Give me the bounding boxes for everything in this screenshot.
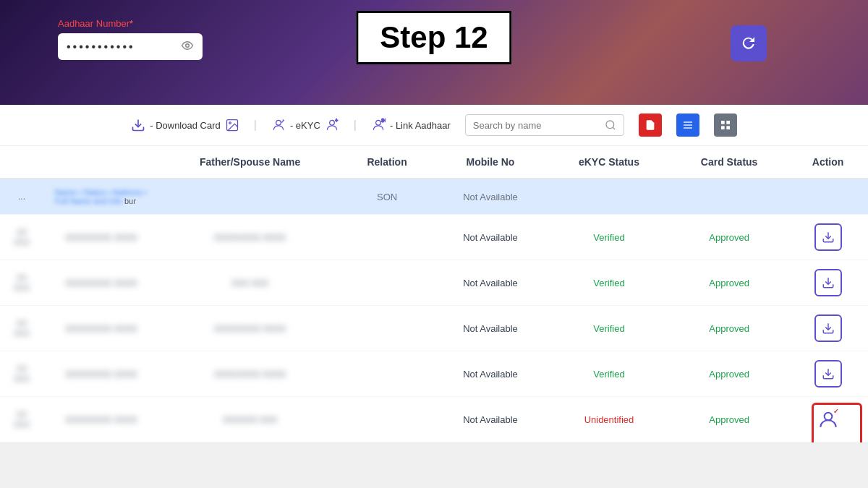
aadhaar-input-area: Aadhaar Number* •••••••••••	[58, 18, 203, 60]
kyc-action-btn[interactable]: ✓	[814, 406, 842, 433]
download-action-btn[interactable]	[814, 269, 842, 296]
table-row: XX XXXXXXXXXXX XXXXXXX XXXNot AvailableV…	[0, 260, 868, 306]
cell-serial: XX XXX	[0, 397, 43, 442]
svg-point-0	[186, 44, 190, 48]
toolbar: - Download Card | - eKYC + |	[0, 105, 868, 146]
cell-father: XXXXXXXX XXXX	[159, 215, 341, 260]
svg-rect-15	[721, 121, 725, 124]
table-header-row: Father/Spouse Name Relation Mobile No eK…	[0, 146, 868, 179]
col-father-spouse: Father/Spouse Name	[159, 146, 341, 179]
cell-father: XXXXXX XXX	[159, 397, 341, 442]
cell-name: XXXXXXXX XXXX	[43, 215, 159, 260]
col-name	[43, 146, 159, 179]
cell-relation	[341, 397, 433, 442]
refresh-button[interactable]	[731, 25, 767, 61]
svg-rect-16	[726, 121, 730, 124]
cell-ekyc-status: Unidentified	[548, 397, 671, 442]
svg-line-10	[613, 127, 615, 129]
ekyc-btn[interactable]: - eKYC +	[271, 118, 339, 132]
ekyc-label: - eKYC	[290, 120, 320, 131]
cell-card-status: Approved	[671, 260, 788, 306]
cell-father: XXX XXX	[159, 260, 341, 306]
cell-name: XXXXXXXX XXXX	[43, 260, 159, 306]
link-aadhaar-btn[interactable]: 8+ - Link Aadhaar	[371, 118, 451, 132]
cell-ekyc-status: Verified	[548, 215, 671, 260]
svg-point-9	[606, 121, 614, 129]
search-box[interactable]	[465, 114, 624, 136]
table-row: XX XXXXXXXXXXX XXXXXXXXXXXX XXXXNot Avai…	[0, 215, 868, 260]
cell-ekyc-status: Verified	[548, 260, 671, 306]
table-container: Father/Spouse Name Relation Mobile No eK…	[0, 146, 868, 442]
svg-text:8+: 8+	[381, 118, 386, 123]
cell-relation	[341, 351, 433, 397]
cell-mobile: Not Available	[433, 351, 548, 397]
cell-serial: ...	[0, 179, 43, 215]
list-view-btn[interactable]	[676, 114, 699, 137]
cell-action	[788, 260, 868, 306]
download-action-btn[interactable]	[814, 223, 842, 251]
col-serial	[0, 146, 43, 179]
cell-card-status	[671, 179, 788, 215]
main-content: - Download Card | - eKYC + |	[0, 105, 868, 442]
col-card-status: Card Status	[671, 146, 788, 179]
cell-name: XXXXXXXX XXXX	[43, 397, 159, 442]
cell-action	[788, 179, 868, 215]
cell-action	[788, 351, 868, 397]
cell-mobile: Not Available	[433, 179, 548, 215]
download-action-btn[interactable]	[814, 314, 842, 342]
cell-name: Name • Status • Address • Full Name and …	[43, 179, 159, 215]
cell-action	[788, 215, 868, 260]
aadhaar-label: Aadhaar Number*	[58, 18, 203, 29]
svg-point-4	[276, 120, 281, 125]
cell-action	[788, 306, 868, 351]
cell-mobile: Not Available	[433, 260, 548, 306]
cell-ekyc-status: Verified	[548, 306, 671, 351]
cell-father: XXXXXXXX XXXX	[159, 351, 341, 397]
step-label: Step 12	[380, 20, 488, 54]
cell-relation	[341, 306, 433, 351]
cell-card-status: Approved	[671, 397, 788, 442]
svg-text:✓: ✓	[833, 408, 838, 415]
download-action-btn[interactable]	[814, 360, 842, 388]
cell-mobile: Not Available	[433, 215, 548, 260]
cell-serial: XX XXX	[0, 306, 43, 351]
svg-rect-17	[721, 126, 725, 129]
cell-ekyc-status: Verified	[548, 351, 671, 397]
aadhaar-dots: •••••••••••	[67, 40, 135, 53]
cell-card-status: Approved	[671, 351, 788, 397]
col-mobile: Mobile No	[433, 146, 548, 179]
col-relation: Relation	[341, 146, 433, 179]
cell-action: ✓	[788, 397, 868, 442]
aadhaar-input-wrapper: •••••••••••	[58, 33, 203, 60]
cell-relation	[341, 215, 433, 260]
col-ekyc-status: eKYC Status	[548, 146, 671, 179]
svg-point-7	[376, 120, 381, 125]
cell-serial: XX XXX	[0, 351, 43, 397]
table-row: XX XXXXXXXXXXX XXXXXXXXXX XXXNot Availab…	[0, 397, 868, 442]
members-table: Father/Spouse Name Relation Mobile No eK…	[0, 146, 868, 442]
cell-father	[159, 179, 341, 215]
cell-card-status: Approved	[671, 215, 788, 260]
cell-mobile: Not Available	[433, 397, 548, 442]
cell-name: XXXXXXXX XXXX	[43, 306, 159, 351]
table-row: ...Name • Status • Address • Full Name a…	[0, 179, 868, 215]
grid-view-btn[interactable]	[714, 114, 737, 137]
svg-text:+: +	[335, 118, 338, 123]
svg-point-5	[329, 120, 334, 125]
download-card-btn[interactable]: - Download Card	[131, 118, 239, 132]
search-input[interactable]	[473, 120, 599, 131]
download-card-label: - Download Card	[150, 120, 221, 131]
cell-relation	[341, 260, 433, 306]
cell-relation: SON	[341, 179, 433, 215]
svg-rect-18	[726, 126, 730, 129]
step-box: Step 12	[356, 11, 511, 64]
cell-name: XXXXXXXX XXXX	[43, 351, 159, 397]
eye-icon[interactable]	[181, 39, 194, 54]
svg-point-23	[824, 413, 832, 421]
pdf-export-btn[interactable]	[639, 114, 662, 137]
cell-serial: XX XXX	[0, 215, 43, 260]
cell-father: XXXXXXXX XXXX	[159, 306, 341, 351]
col-action: Action	[788, 146, 868, 179]
cell-serial: XX XXX	[0, 260, 43, 306]
top-banner: Aadhaar Number* ••••••••••• Step 12	[0, 0, 868, 105]
